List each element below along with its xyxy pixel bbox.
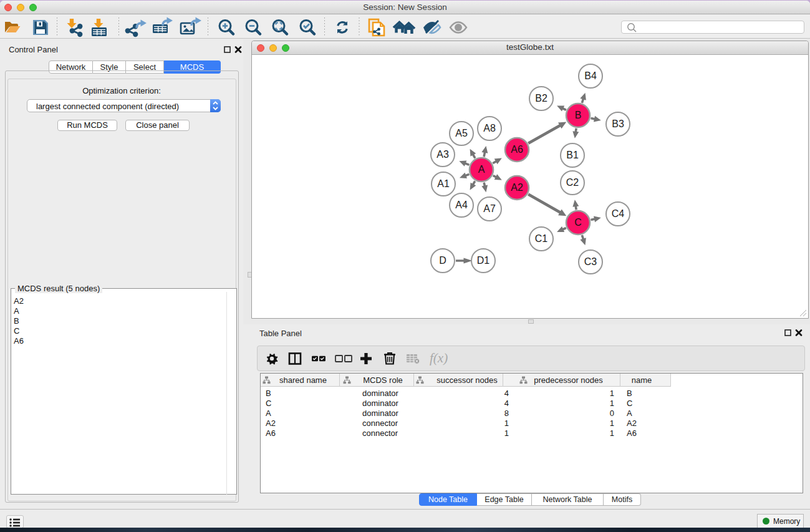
svg-text:B: B — [575, 110, 582, 120]
svg-text:C: C — [574, 217, 582, 228]
svg-text:C3: C3 — [584, 256, 597, 267]
svg-text:A2: A2 — [511, 182, 523, 193]
svg-text:C4: C4 — [612, 208, 625, 219]
svg-text:D1: D1 — [477, 255, 490, 266]
svg-text:A1: A1 — [437, 178, 450, 189]
svg-text:B1: B1 — [566, 150, 579, 160]
svg-text:B4: B4 — [584, 70, 597, 81]
svg-text:B2: B2 — [535, 93, 547, 104]
svg-text:A6: A6 — [511, 144, 523, 155]
svg-text:A3: A3 — [436, 149, 449, 160]
svg-text:A: A — [478, 164, 485, 175]
svg-text:A7: A7 — [483, 203, 496, 214]
svg-text:A8: A8 — [483, 123, 496, 133]
svg-text:C1: C1 — [535, 233, 548, 244]
svg-text:A5: A5 — [455, 128, 468, 138]
svg-text:C2: C2 — [566, 177, 579, 188]
svg-text:A4: A4 — [455, 200, 468, 210]
svg-text:B3: B3 — [612, 118, 624, 129]
svg-text:D: D — [439, 255, 446, 266]
